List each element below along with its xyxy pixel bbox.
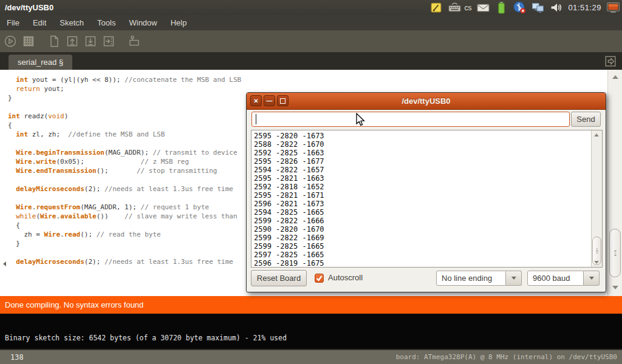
code-line: Wire.endTransmission(); // stop transmit… <box>8 166 241 175</box>
send-button[interactable]: Send <box>571 112 601 127</box>
scroll-up-icon[interactable] <box>594 133 599 136</box>
code-line: zh = Wire.read(); // read the byte <box>8 230 241 239</box>
tab-bar: serial_read § <box>0 52 622 70</box>
session-icon <box>607 1 620 14</box>
serial-data-line: 2594 -2822 -1657 <box>254 166 324 174</box>
mail-icon <box>477 1 490 14</box>
serial-data-line: 2596 -2821 -1673 <box>254 200 324 208</box>
maximize-icon <box>280 98 285 104</box>
minimize-button[interactable]: — <box>264 95 275 106</box>
code-line <box>8 103 241 112</box>
verify-button[interactable] <box>2 33 18 49</box>
serial-monitor-titlebar[interactable]: /dev/ttyUSB0 ✕ — <box>247 93 606 110</box>
mouse-cursor <box>354 113 365 127</box>
session-indicator[interactable] <box>607 1 620 14</box>
serial-data-line: 2588 -2822 -1670 <box>254 140 324 149</box>
scroll-down-icon[interactable] <box>612 286 618 289</box>
serial-data-line: 2599 -2825 -1665 <box>254 242 324 251</box>
scrollbar-thumb[interactable] <box>609 229 621 277</box>
autoscroll-label[interactable]: Autoscroll <box>328 273 363 282</box>
code-text: int yout = (yl|(yh << 8)); //concatenate… <box>8 75 241 266</box>
baud-dropdown-icon[interactable] <box>584 271 600 286</box>
serial-monitor-button[interactable] <box>126 33 142 49</box>
hscroll-left-arrow-icon[interactable] <box>3 261 6 266</box>
tab-serial-read[interactable]: serial_read § <box>9 55 72 70</box>
serial-data-line: 2592 -2825 -1663 <box>254 149 324 157</box>
reset-board-button[interactable]: Reset Board <box>251 270 307 286</box>
bluetooth-indicator[interactable] <box>513 1 526 14</box>
code-line: Wire.requestFrom(MAG_ADDR, 1); // reques… <box>8 203 241 212</box>
code-line: return yout; <box>8 84 241 93</box>
tab-menu-button[interactable] <box>604 55 617 68</box>
serial-scrollbar[interactable] <box>591 130 602 267</box>
checkmark-icon <box>315 274 323 282</box>
upload-icon <box>101 34 116 49</box>
code-line <box>8 175 241 184</box>
serial-output-area[interactable]: 2595 -2820 -16732588 -2822 -16702592 -28… <box>251 130 603 268</box>
open-button[interactable] <box>64 33 80 49</box>
code-line: } <box>8 93 241 103</box>
code-line: } <box>8 239 241 248</box>
menu-item-tools[interactable]: Tools <box>91 15 122 30</box>
menu-item-window[interactable]: Window <box>122 15 163 30</box>
baud-rate-select[interactable]: 9600 baud <box>527 271 584 286</box>
code-line: int zl, zh; //define the MSB and LSB <box>8 130 241 139</box>
serial-data-line: 2599 -2822 -1669 <box>254 234 324 242</box>
note-indicator[interactable] <box>430 1 443 14</box>
battery-indicator[interactable] <box>495 1 508 14</box>
code-line: delayMicroseconds(2); //needs at least 1… <box>8 184 241 194</box>
serial-data-line: 2595 -2820 -1673 <box>254 132 324 140</box>
menu-item-help[interactable]: Help <box>164 15 194 30</box>
upload-button[interactable] <box>101 33 117 49</box>
code-line: int readz(void) <box>8 112 241 121</box>
code-line: delayMicroseconds(2); //needs at least 1… <box>8 257 241 266</box>
menu-item-sketch[interactable]: Sketch <box>53 15 91 30</box>
network-indicator[interactable] <box>531 1 544 14</box>
scroll-up-icon[interactable] <box>612 75 618 79</box>
note-icon <box>430 1 443 14</box>
code-line <box>8 194 241 203</box>
serial-monitor-icon <box>127 34 142 49</box>
save-icon <box>83 34 98 49</box>
desktop: /dev/ttyUSB0 cs01:51:29 FileEditSketchTo… <box>0 0 622 364</box>
open-icon <box>65 34 80 49</box>
line-ending-dropdown-icon[interactable] <box>506 271 522 286</box>
serial-data-line: 2595 -2826 -1677 <box>254 157 324 166</box>
bluetooth-icon <box>513 1 526 14</box>
serial-data-line: 2599 -2822 -1666 <box>254 217 324 225</box>
line-ending-select[interactable]: No line ending <box>436 271 506 286</box>
desktop-panel: /dev/ttyUSB0 cs01:51:29 <box>0 0 622 15</box>
serial-send-input[interactable] <box>251 112 570 127</box>
thumb-grip <box>614 251 616 256</box>
keyboard-layout-indicator[interactable]: cs <box>464 4 471 12</box>
new-sketch-button[interactable] <box>46 33 62 49</box>
active-window-title: /dev/ttyUSB0 <box>0 3 53 12</box>
line-number-indicator: 138 <box>0 353 24 362</box>
network-icon <box>531 1 544 14</box>
battery-icon <box>495 1 508 14</box>
maximize-button[interactable] <box>277 95 289 106</box>
serial-data-line: 2595 -2821 -1671 <box>254 191 324 200</box>
serial-data-line: 2592 -2818 -1652 <box>254 183 324 191</box>
save-button[interactable] <box>83 33 98 49</box>
mail-indicator[interactable] <box>477 1 490 14</box>
clock[interactable]: 01:51:29 <box>568 3 601 12</box>
keyboard-indicator[interactable] <box>448 1 461 14</box>
board-indicator: board: ATmega328P(A) @ 8 MHz (internal) … <box>396 353 622 361</box>
stop-button[interactable] <box>21 33 36 49</box>
code-line <box>8 139 241 148</box>
system-tray: cs01:51:29 <box>430 1 622 14</box>
serial-monitor-title: /dev/ttyUSB0 <box>247 93 606 109</box>
tab-arrow-icon <box>604 55 617 68</box>
editor-scrollbar[interactable] <box>607 70 622 296</box>
scroll-down-icon[interactable] <box>594 261 599 264</box>
console-output: Binary sketch size: 6542 bytes (of a 307… <box>0 314 622 349</box>
menu-item-file[interactable]: File <box>0 15 26 30</box>
close-button[interactable]: ✕ <box>250 95 262 106</box>
menu-bar: FileEditSketchToolsWindowHelp <box>0 15 622 30</box>
keyboard-icon <box>448 1 461 14</box>
volume-indicator[interactable] <box>550 1 562 14</box>
autoscroll-checkbox[interactable] <box>315 274 324 283</box>
compile-status-bar: Done compiling. No syntax errors found <box>0 296 622 314</box>
menu-item-edit[interactable]: Edit <box>26 15 53 30</box>
